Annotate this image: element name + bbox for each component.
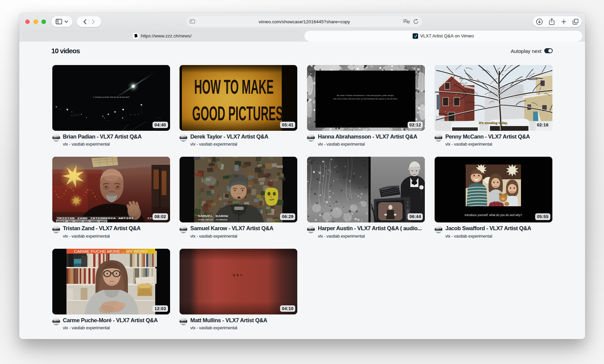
svg-text:HOW TO MAKE: HOW TO MAKE	[194, 75, 274, 98]
svg-text:TRISTAN ZAND INTERMEDIA ARTIST: TRISTAN ZAND INTERMEDIA ARTIST	[57, 217, 134, 220]
svg-text:A: A	[404, 19, 406, 22]
svg-text:1. Introduce yourself. what do: 1. Introduce yourself. what do you do an…	[93, 96, 130, 98]
svg-text:SAMUEL KAROW: SAMUEL KAROW	[198, 215, 228, 218]
svg-text:文: 文	[407, 21, 409, 23]
svg-text:and create videos. Because the: and create videos. Because these are the…	[333, 97, 398, 99]
svg-text:WHAT DO YOU DO AND WHY: WHAT DO YOU DO AND WHY	[57, 220, 107, 223]
svg-text:GOOD PICTURES: GOOD PICTURES	[192, 102, 283, 124]
svg-text:Introduce yourself. what do yo: Introduce yourself. what do you do and w…	[465, 213, 522, 217]
svg-text:My name is Hanna Abrahamsson.: My name is Hanna Abrahamsson. I take pho…	[337, 94, 394, 96]
svg-text:CARME PUCHE MORÉ ... MY WORD: CARME PUCHE MORÉ ... MY WORD	[74, 249, 147, 253]
svg-text:VIDEO ARTIST, FILMMAKER: VIDEO ARTIST, FILMMAKER	[198, 219, 228, 221]
svg-text:It's snowing today.: It's snowing today.	[479, 121, 507, 124]
svg-text:Q & A: Q & A	[233, 273, 243, 277]
